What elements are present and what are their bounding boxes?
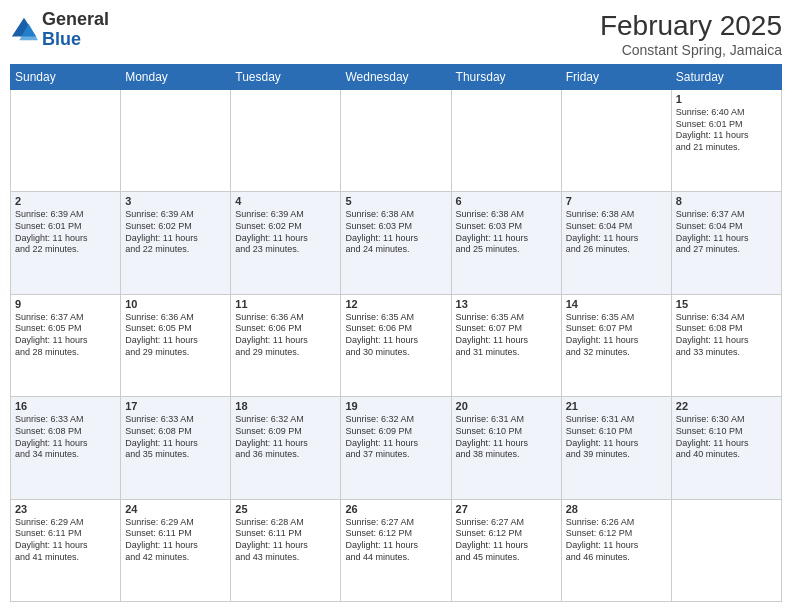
day-detail: Sunrise: 6:26 AM Sunset: 6:12 PM Dayligh… <box>566 517 667 564</box>
day-number: 27 <box>456 503 557 515</box>
calendar-week-row: 2Sunrise: 6:39 AM Sunset: 6:01 PM Daylig… <box>11 192 782 294</box>
logo-blue: Blue <box>42 29 81 49</box>
table-row: 7Sunrise: 6:38 AM Sunset: 6:04 PM Daylig… <box>561 192 671 294</box>
day-detail: Sunrise: 6:30 AM Sunset: 6:10 PM Dayligh… <box>676 414 777 461</box>
calendar-week-row: 23Sunrise: 6:29 AM Sunset: 6:11 PM Dayli… <box>11 499 782 601</box>
title-block: February 2025 Constant Spring, Jamaica <box>600 10 782 58</box>
table-row <box>121 90 231 192</box>
day-number: 24 <box>125 503 226 515</box>
calendar-table: Sunday Monday Tuesday Wednesday Thursday… <box>10 64 782 602</box>
day-detail: Sunrise: 6:39 AM Sunset: 6:02 PM Dayligh… <box>125 209 226 256</box>
day-detail: Sunrise: 6:38 AM Sunset: 6:03 PM Dayligh… <box>456 209 557 256</box>
table-row <box>341 90 451 192</box>
table-row: 27Sunrise: 6:27 AM Sunset: 6:12 PM Dayli… <box>451 499 561 601</box>
day-number: 1 <box>676 93 777 105</box>
day-number: 25 <box>235 503 336 515</box>
table-row: 22Sunrise: 6:30 AM Sunset: 6:10 PM Dayli… <box>671 397 781 499</box>
table-row: 2Sunrise: 6:39 AM Sunset: 6:01 PM Daylig… <box>11 192 121 294</box>
day-detail: Sunrise: 6:35 AM Sunset: 6:06 PM Dayligh… <box>345 312 446 359</box>
table-row <box>451 90 561 192</box>
table-row <box>561 90 671 192</box>
day-detail: Sunrise: 6:32 AM Sunset: 6:09 PM Dayligh… <box>345 414 446 461</box>
logo: General Blue <box>10 10 109 50</box>
day-number: 21 <box>566 400 667 412</box>
day-number: 4 <box>235 195 336 207</box>
day-number: 20 <box>456 400 557 412</box>
day-number: 10 <box>125 298 226 310</box>
table-row: 11Sunrise: 6:36 AM Sunset: 6:06 PM Dayli… <box>231 294 341 396</box>
day-detail: Sunrise: 6:39 AM Sunset: 6:02 PM Dayligh… <box>235 209 336 256</box>
location: Constant Spring, Jamaica <box>600 42 782 58</box>
day-detail: Sunrise: 6:36 AM Sunset: 6:06 PM Dayligh… <box>235 312 336 359</box>
day-number: 3 <box>125 195 226 207</box>
col-friday: Friday <box>561 65 671 90</box>
day-number: 26 <box>345 503 446 515</box>
day-detail: Sunrise: 6:31 AM Sunset: 6:10 PM Dayligh… <box>456 414 557 461</box>
col-monday: Monday <box>121 65 231 90</box>
table-row: 28Sunrise: 6:26 AM Sunset: 6:12 PM Dayli… <box>561 499 671 601</box>
table-row: 20Sunrise: 6:31 AM Sunset: 6:10 PM Dayli… <box>451 397 561 499</box>
table-row: 19Sunrise: 6:32 AM Sunset: 6:09 PM Dayli… <box>341 397 451 499</box>
table-row: 21Sunrise: 6:31 AM Sunset: 6:10 PM Dayli… <box>561 397 671 499</box>
day-detail: Sunrise: 6:35 AM Sunset: 6:07 PM Dayligh… <box>566 312 667 359</box>
day-number: 9 <box>15 298 116 310</box>
day-detail: Sunrise: 6:35 AM Sunset: 6:07 PM Dayligh… <box>456 312 557 359</box>
table-row: 13Sunrise: 6:35 AM Sunset: 6:07 PM Dayli… <box>451 294 561 396</box>
table-row: 10Sunrise: 6:36 AM Sunset: 6:05 PM Dayli… <box>121 294 231 396</box>
day-detail: Sunrise: 6:40 AM Sunset: 6:01 PM Dayligh… <box>676 107 777 154</box>
day-detail: Sunrise: 6:29 AM Sunset: 6:11 PM Dayligh… <box>125 517 226 564</box>
col-sunday: Sunday <box>11 65 121 90</box>
table-row: 6Sunrise: 6:38 AM Sunset: 6:03 PM Daylig… <box>451 192 561 294</box>
month-title: February 2025 <box>600 10 782 42</box>
day-number: 23 <box>15 503 116 515</box>
page: General Blue February 2025 Constant Spri… <box>0 0 792 612</box>
day-number: 6 <box>456 195 557 207</box>
table-row: 23Sunrise: 6:29 AM Sunset: 6:11 PM Dayli… <box>11 499 121 601</box>
table-row: 24Sunrise: 6:29 AM Sunset: 6:11 PM Dayli… <box>121 499 231 601</box>
table-row: 9Sunrise: 6:37 AM Sunset: 6:05 PM Daylig… <box>11 294 121 396</box>
day-detail: Sunrise: 6:37 AM Sunset: 6:05 PM Dayligh… <box>15 312 116 359</box>
day-detail: Sunrise: 6:28 AM Sunset: 6:11 PM Dayligh… <box>235 517 336 564</box>
col-wednesday: Wednesday <box>341 65 451 90</box>
table-row: 12Sunrise: 6:35 AM Sunset: 6:06 PM Dayli… <box>341 294 451 396</box>
day-number: 18 <box>235 400 336 412</box>
table-row: 3Sunrise: 6:39 AM Sunset: 6:02 PM Daylig… <box>121 192 231 294</box>
day-detail: Sunrise: 6:37 AM Sunset: 6:04 PM Dayligh… <box>676 209 777 256</box>
day-detail: Sunrise: 6:27 AM Sunset: 6:12 PM Dayligh… <box>456 517 557 564</box>
logo-general: General <box>42 9 109 29</box>
calendar-week-row: 1Sunrise: 6:40 AM Sunset: 6:01 PM Daylig… <box>11 90 782 192</box>
table-row: 16Sunrise: 6:33 AM Sunset: 6:08 PM Dayli… <box>11 397 121 499</box>
day-number: 14 <box>566 298 667 310</box>
logo-icon <box>10 16 38 44</box>
day-number: 12 <box>345 298 446 310</box>
table-row: 4Sunrise: 6:39 AM Sunset: 6:02 PM Daylig… <box>231 192 341 294</box>
day-number: 19 <box>345 400 446 412</box>
col-saturday: Saturday <box>671 65 781 90</box>
table-row <box>231 90 341 192</box>
day-detail: Sunrise: 6:38 AM Sunset: 6:04 PM Dayligh… <box>566 209 667 256</box>
table-row <box>671 499 781 601</box>
day-detail: Sunrise: 6:33 AM Sunset: 6:08 PM Dayligh… <box>125 414 226 461</box>
day-number: 8 <box>676 195 777 207</box>
day-detail: Sunrise: 6:32 AM Sunset: 6:09 PM Dayligh… <box>235 414 336 461</box>
day-detail: Sunrise: 6:34 AM Sunset: 6:08 PM Dayligh… <box>676 312 777 359</box>
table-row: 5Sunrise: 6:38 AM Sunset: 6:03 PM Daylig… <box>341 192 451 294</box>
col-tuesday: Tuesday <box>231 65 341 90</box>
day-number: 5 <box>345 195 446 207</box>
day-detail: Sunrise: 6:39 AM Sunset: 6:01 PM Dayligh… <box>15 209 116 256</box>
table-row: 15Sunrise: 6:34 AM Sunset: 6:08 PM Dayli… <box>671 294 781 396</box>
table-row: 1Sunrise: 6:40 AM Sunset: 6:01 PM Daylig… <box>671 90 781 192</box>
calendar-week-row: 16Sunrise: 6:33 AM Sunset: 6:08 PM Dayli… <box>11 397 782 499</box>
day-number: 16 <box>15 400 116 412</box>
day-number: 11 <box>235 298 336 310</box>
day-number: 2 <box>15 195 116 207</box>
calendar-header-row: Sunday Monday Tuesday Wednesday Thursday… <box>11 65 782 90</box>
header: General Blue February 2025 Constant Spri… <box>10 10 782 58</box>
day-detail: Sunrise: 6:31 AM Sunset: 6:10 PM Dayligh… <box>566 414 667 461</box>
col-thursday: Thursday <box>451 65 561 90</box>
day-detail: Sunrise: 6:38 AM Sunset: 6:03 PM Dayligh… <box>345 209 446 256</box>
calendar-week-row: 9Sunrise: 6:37 AM Sunset: 6:05 PM Daylig… <box>11 294 782 396</box>
day-number: 22 <box>676 400 777 412</box>
table-row: 25Sunrise: 6:28 AM Sunset: 6:11 PM Dayli… <box>231 499 341 601</box>
table-row: 17Sunrise: 6:33 AM Sunset: 6:08 PM Dayli… <box>121 397 231 499</box>
